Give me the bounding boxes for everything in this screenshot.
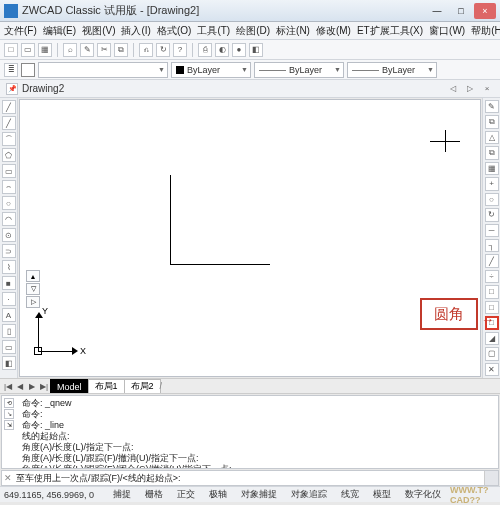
tab-next-icon[interactable]: ▶	[26, 380, 38, 392]
polyline-icon[interactable]: ⌒	[2, 132, 16, 146]
digitizer-toggle[interactable]: 数字化仪	[400, 487, 446, 502]
menu-help[interactable]: 帮助(H)	[471, 24, 500, 38]
tab-layout2[interactable]: 布局2	[124, 379, 161, 393]
region-icon[interactable]: ▭	[2, 340, 16, 354]
table-icon[interactable]: ◧	[2, 356, 16, 370]
find-icon[interactable]: ⌕	[63, 43, 77, 57]
cmd-cancel-icon[interactable]: ✕	[2, 473, 14, 483]
model-toggle[interactable]: 模型	[368, 487, 396, 502]
rotate-icon[interactable]: ○	[485, 193, 499, 206]
view-front-icon[interactable]: ▽	[26, 283, 40, 295]
view-side-icon[interactable]: ▷	[26, 296, 40, 308]
misc2-icon[interactable]: ✕	[485, 363, 499, 376]
scrollbar[interactable]	[484, 471, 498, 485]
tab-next-icon[interactable]: ▷	[463, 82, 477, 96]
ellipse-icon[interactable]: ⊙	[2, 228, 16, 242]
view-top-icon[interactable]: ▲	[26, 270, 40, 282]
menu-modify[interactable]: 修改(M)	[316, 24, 351, 38]
array-icon[interactable]: ▦	[485, 162, 499, 175]
snap-toggle[interactable]: 捕捉	[108, 487, 136, 502]
erase-icon[interactable]: ✎	[485, 100, 499, 113]
layer-combo[interactable]: ▼	[38, 62, 168, 78]
tab-prev-icon[interactable]: ◀	[14, 380, 26, 392]
hatch-icon[interactable]: ■	[2, 276, 16, 290]
menu-format[interactable]: 格式(O)	[157, 24, 191, 38]
arc-icon[interactable]: ⌢	[2, 180, 16, 194]
command-input[interactable]: 至车使用上一次点/跟踪(F)/<线的起始点>:	[14, 472, 498, 485]
copy-obj-icon[interactable]: ⧉	[485, 115, 499, 128]
cmd-corner-icon[interactable]: ↘	[4, 409, 14, 419]
render-icon[interactable]: ◧	[249, 43, 263, 57]
copy-icon[interactable]: ⧉	[114, 43, 128, 57]
osnap-toggle[interactable]: 对象捕捉	[236, 487, 282, 502]
otrack-toggle[interactable]: 对象追踪	[286, 487, 332, 502]
tab-prev-icon[interactable]: ◁	[446, 82, 460, 96]
line-icon[interactable]: ╱	[2, 100, 16, 114]
layer-icon[interactable]: ≣	[4, 63, 18, 77]
cut-icon[interactable]: ✂	[97, 43, 111, 57]
tab-last-icon[interactable]: ▶|	[38, 380, 50, 392]
text-icon[interactable]: A	[2, 308, 16, 322]
misc1-icon[interactable]: ▢	[485, 347, 499, 360]
save-icon[interactable]: ▦	[38, 43, 52, 57]
undo-icon[interactable]: ⎌	[139, 43, 153, 57]
separator	[133, 43, 134, 57]
offset-icon[interactable]: ⧉	[485, 146, 499, 159]
cmd-corner-icon[interactable]: ⟲	[4, 398, 14, 408]
open-icon[interactable]: ▭	[21, 43, 35, 57]
point-icon[interactable]: ·	[2, 292, 16, 306]
mirror-icon[interactable]: △	[485, 131, 499, 144]
polygon-icon[interactable]: ⬠	[2, 148, 16, 162]
color-combo[interactable]: ByLayer▼	[171, 62, 251, 78]
menu-tools[interactable]: 工具(T)	[197, 24, 230, 38]
block-icon[interactable]: ▯	[2, 324, 16, 338]
preview-icon[interactable]: ◐	[215, 43, 229, 57]
menu-window[interactable]: 窗口(W)	[429, 24, 465, 38]
break-icon[interactable]: ÷	[485, 270, 499, 283]
scale-icon[interactable]: ↻	[485, 208, 499, 221]
menu-annotate[interactable]: 标注(N)	[276, 24, 310, 38]
trim-icon[interactable]: ┐	[485, 239, 499, 252]
revcloud-icon[interactable]: ⌇	[2, 260, 16, 274]
lwt-toggle[interactable]: 线宽	[336, 487, 364, 502]
explode-icon[interactable]: ◢	[485, 332, 499, 345]
pin-icon[interactable]: 📌	[6, 83, 18, 95]
minimize-button[interactable]: —	[426, 3, 448, 19]
window-title: ZWCAD Classic 试用版 - [Drawing2]	[22, 3, 424, 18]
print-icon[interactable]: ⎙	[198, 43, 212, 57]
menu-view[interactable]: 视图(V)	[82, 24, 115, 38]
tab-model[interactable]: Model	[50, 379, 89, 393]
maximize-button[interactable]: □	[450, 3, 472, 19]
drawing-canvas[interactable]: ▲ ▽ ▷ Y X	[19, 99, 481, 377]
color-swatch[interactable]	[21, 63, 35, 77]
spline-icon[interactable]: ◠	[2, 212, 16, 226]
circle-icon[interactable]: ○	[2, 196, 16, 210]
move-icon[interactable]: +	[485, 177, 499, 190]
menu-draw[interactable]: 绘图(D)	[236, 24, 270, 38]
ellipsearc-icon[interactable]: ⊃	[2, 244, 16, 258]
tab-first-icon[interactable]: |◀	[2, 380, 14, 392]
extend-icon[interactable]: ╱	[485, 254, 499, 267]
menu-insert[interactable]: 插入(I)	[121, 24, 150, 38]
menu-ettools[interactable]: ET扩展工具(X)	[357, 24, 423, 38]
ray-icon[interactable]: ╱	[2, 116, 16, 130]
new-icon[interactable]: □	[4, 43, 18, 57]
stretch-icon[interactable]: ─	[485, 224, 499, 237]
rectangle-icon[interactable]: ▭	[2, 164, 16, 178]
help-icon[interactable]: ?	[173, 43, 187, 57]
plot-icon[interactable]: ●	[232, 43, 246, 57]
linetype-combo[interactable]: ———ByLayer▼	[254, 62, 344, 78]
redo-icon[interactable]: ↻	[156, 43, 170, 57]
lineweight-combo[interactable]: ———ByLayer▼	[347, 62, 437, 78]
grid-toggle[interactable]: 栅格	[140, 487, 168, 502]
menu-edit[interactable]: 编辑(E)	[43, 24, 76, 38]
menu-file[interactable]: 文件(F)	[4, 24, 37, 38]
join-icon[interactable]: □	[485, 285, 499, 298]
close-button[interactable]: ×	[474, 3, 496, 19]
tab-close-icon[interactable]: ×	[480, 82, 494, 96]
polar-toggle[interactable]: 极轴	[204, 487, 232, 502]
ortho-toggle[interactable]: 正交	[172, 487, 200, 502]
edit-icon[interactable]: ✎	[80, 43, 94, 57]
cmd-corner-icon[interactable]: ⇲	[4, 420, 14, 430]
tab-layout1[interactable]: 布局1	[88, 379, 125, 393]
